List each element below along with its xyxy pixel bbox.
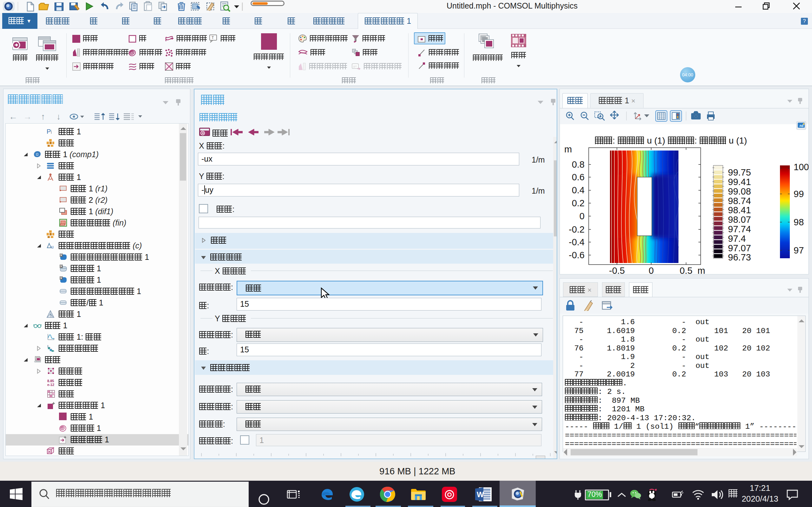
svg-text:m: m <box>698 266 705 276</box>
svg-text:96.73: 96.73 <box>728 252 751 262</box>
svg-text:-0.5: -0.5 <box>609 266 625 276</box>
svg-text:99: 99 <box>794 189 804 199</box>
svg-text:D: D <box>61 254 63 257</box>
svg-text:0.4: 0.4 <box>572 185 585 195</box>
svg-text:97.07: 97.07 <box>728 243 751 253</box>
svg-text:99.08: 99.08 <box>728 186 751 196</box>
svg-text:8.85: 8.85 <box>47 379 54 383</box>
svg-text:W: W <box>477 490 484 499</box>
svg-text:a=: a= <box>353 64 357 68</box>
svg-text:99.75: 99.75 <box>728 167 751 177</box>
svg-text:D: D <box>61 265 63 268</box>
svg-text:99.41: 99.41 <box>728 177 751 187</box>
svg-text:P: P <box>47 128 51 135</box>
svg-text:0: 0 <box>649 266 654 276</box>
svg-text:e-12: e-12 <box>47 383 54 387</box>
svg-text:i: i <box>51 129 52 135</box>
svg-text:T: T <box>212 36 214 40</box>
svg-text:Ω: Ω <box>36 153 38 156</box>
svg-text:97.74: 97.74 <box>728 224 751 234</box>
svg-text:98.41: 98.41 <box>728 205 751 215</box>
svg-text:0.6: 0.6 <box>572 172 585 182</box>
svg-text:m: m <box>564 144 572 154</box>
svg-text:100: 100 <box>794 162 809 172</box>
svg-text:-0.4: -0.4 <box>569 237 585 247</box>
svg-text:-0.6: -0.6 <box>569 250 585 260</box>
svg-text:0.5: 0.5 <box>680 266 693 276</box>
svg-text:0.2: 0.2 <box>572 198 585 208</box>
svg-text:98: 98 <box>794 217 804 227</box>
svg-text:u: u <box>51 244 54 249</box>
svg-text:-0.2: -0.2 <box>569 224 585 234</box>
svg-text:98.07: 98.07 <box>728 215 751 225</box>
svg-text:0.8: 0.8 <box>572 159 585 170</box>
svg-text:0: 0 <box>579 211 585 221</box>
svg-text:97.4: 97.4 <box>728 233 746 244</box>
svg-text:D: D <box>61 277 63 280</box>
svg-text:98.74: 98.74 <box>728 196 751 206</box>
svg-text:97: 97 <box>794 245 804 256</box>
